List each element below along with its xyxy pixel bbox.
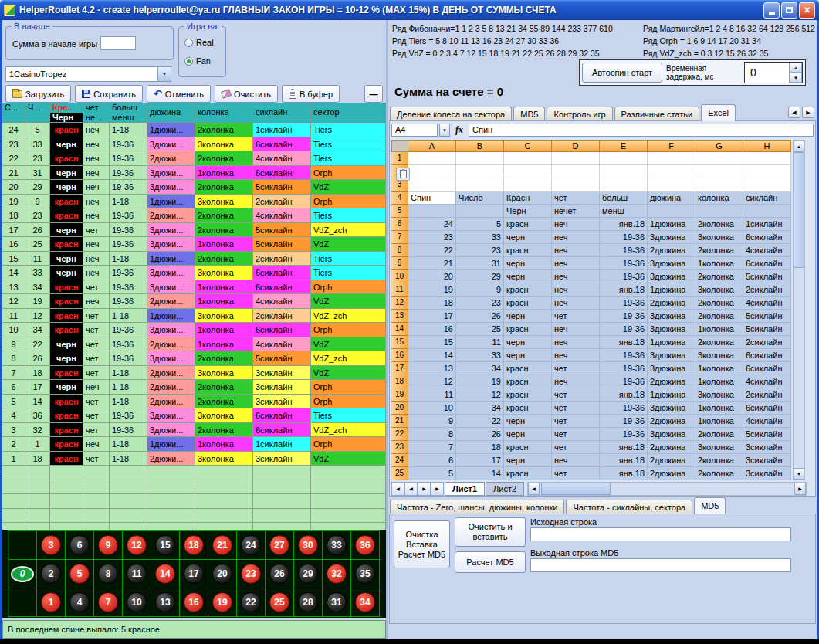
excel-column-header-C[interactable]: C xyxy=(504,140,552,152)
excel-cell-C10[interactable]: черн xyxy=(504,270,552,283)
excel-row-header-19[interactable]: 19 xyxy=(391,388,408,402)
horizontal-scroll-track[interactable] xyxy=(540,483,794,495)
minimize-button[interactable] xyxy=(763,2,780,19)
excel-cell-A13[interactable]: 17 xyxy=(408,310,456,323)
excel-row-header-11[interactable]: 11 xyxy=(391,283,408,297)
excel-cell-G15[interactable]: 2колонка xyxy=(695,336,743,349)
excel-cell-H11[interactable]: 2сиклайн xyxy=(743,283,791,297)
excel-cell-E1[interactable] xyxy=(600,152,648,165)
tab-sectors[interactable]: Деление колеса на сектора xyxy=(390,107,512,121)
excel-cell-E24[interactable]: янв.18 xyxy=(600,454,648,467)
excel-cell-F20[interactable]: 3дюжина xyxy=(648,402,695,415)
roulette-number-30[interactable]: 30 xyxy=(298,535,318,555)
excel-cell-C5[interactable]: Черн xyxy=(504,205,552,218)
excel-row-header-10[interactable]: 10 xyxy=(391,270,408,283)
excel-cell-F1[interactable] xyxy=(648,152,695,165)
excel-cell-B9[interactable]: 31 xyxy=(456,257,504,270)
excel-cell-B18[interactable]: 19 xyxy=(456,375,504,388)
excel-row-header-21[interactable]: 21 xyxy=(391,415,408,428)
excel-cell-B7[interactable]: 33 xyxy=(456,231,504,244)
excel-cell-C23[interactable]: красн xyxy=(504,441,552,454)
excel-cell-G19[interactable]: 3колонка xyxy=(695,388,743,402)
casino-dropdown[interactable]: 1CasinoTropez ▼ xyxy=(5,66,171,82)
roulette-number-33[interactable]: 33 xyxy=(327,535,347,555)
autospin-start-button[interactable]: Автоспин старт xyxy=(582,63,662,83)
excel-cell-G12[interactable]: 2колонка xyxy=(695,297,743,310)
excel-cell-B12[interactable]: 23 xyxy=(456,297,504,310)
excel-cell-F9[interactable]: 3дюжина xyxy=(648,257,695,270)
paste-options-icon[interactable] xyxy=(396,168,410,181)
excel-cell-A15[interactable]: 15 xyxy=(408,336,456,349)
excel-horizontal-scrollbar[interactable]: ◀ ▶ xyxy=(527,482,807,496)
roulette-number-17[interactable]: 17 xyxy=(184,564,204,584)
excel-column-header-A[interactable]: A xyxy=(408,140,456,152)
excel-cell-G20[interactable]: 1колонка xyxy=(695,402,743,415)
excel-cell-D5[interactable]: нечет xyxy=(552,205,600,218)
excel-row-header-18[interactable]: 18 xyxy=(391,375,408,388)
excel-cell-C11[interactable]: красн xyxy=(504,283,552,297)
scroll-left-button[interactable]: ◀ xyxy=(528,483,540,495)
excel-cell-H18[interactable]: 4сиклайн xyxy=(743,375,791,388)
excel-cell-D9[interactable]: неч xyxy=(552,257,600,270)
excel-cell-A8[interactable]: 22 xyxy=(408,244,456,257)
excel-cell-G22[interactable]: 2колонка xyxy=(695,428,743,441)
excel-cell-A20[interactable]: 10 xyxy=(408,402,456,415)
excel-cell-B1[interactable] xyxy=(456,152,504,165)
excel-cell-A23[interactable]: 7 xyxy=(408,441,456,454)
excel-cell-G11[interactable]: 3колонка xyxy=(695,283,743,297)
excel-row-header-24[interactable]: 24 xyxy=(391,454,408,467)
roulette-number-16[interactable]: 16 xyxy=(184,592,204,612)
excel-cell-F2[interactable] xyxy=(648,165,695,178)
vertical-scroll-thumb[interactable] xyxy=(794,152,804,268)
tab-control[interactable]: Контроль игр xyxy=(547,107,612,121)
roulette-number-36[interactable]: 36 xyxy=(355,535,375,555)
excel-cell-A19[interactable]: 11 xyxy=(408,388,456,402)
excel-cell-C19[interactable]: красн xyxy=(504,388,552,402)
excel-cell-A1[interactable] xyxy=(408,152,456,165)
excel-cell-F16[interactable]: 3дюжина xyxy=(648,349,695,362)
excel-row-header-5[interactable]: 5 xyxy=(391,205,408,218)
excel-cell-D19[interactable]: чет xyxy=(552,388,600,402)
excel-cell-G16[interactable]: 3колонка xyxy=(695,349,743,362)
excel-cell-H22[interactable]: 5сиклайн xyxy=(743,428,791,441)
excel-cell-E21[interactable]: 19-36 xyxy=(600,415,648,428)
excel-cell-A25[interactable]: 5 xyxy=(408,467,456,480)
radio-real-circle[interactable] xyxy=(184,39,193,47)
excel-cell-E16[interactable]: 19-36 xyxy=(600,349,648,362)
excel-cell-C7[interactable]: черн xyxy=(504,231,552,244)
load-button[interactable]: Загрузить xyxy=(5,85,71,103)
excel-cell-E13[interactable]: 19-36 xyxy=(600,310,648,323)
excel-cell-H10[interactable]: 5сиклайн xyxy=(743,270,791,283)
excel-row-header-13[interactable]: 13 xyxy=(391,310,408,323)
excel-cell-B2[interactable] xyxy=(456,165,504,178)
roulette-number-12[interactable]: 12 xyxy=(127,535,147,555)
excel-cell-C12[interactable]: красн xyxy=(504,297,552,310)
cell-name-box[interactable]: A4 xyxy=(391,124,438,137)
tab-articles[interactable]: Различные статьи xyxy=(614,107,700,121)
excel-cell-H23[interactable]: 3сиклайн xyxy=(743,441,791,454)
excel-cell-F13[interactable]: 3дюжина xyxy=(648,310,695,323)
excel-cell-G5[interactable] xyxy=(695,205,743,218)
excel-cell-A17[interactable]: 13 xyxy=(408,362,456,375)
excel-cell-B13[interactable]: 26 xyxy=(456,310,504,323)
excel-cell-A24[interactable]: 6 xyxy=(408,454,456,467)
excel-cell-C2[interactable] xyxy=(504,165,552,178)
excel-cell-A2[interactable] xyxy=(408,165,456,178)
roulette-number-31[interactable]: 31 xyxy=(327,592,347,612)
source-string-input[interactable] xyxy=(530,527,791,541)
excel-cell-F8[interactable]: 2дюжина xyxy=(648,244,695,257)
excel-cell-G14[interactable]: 1колонка xyxy=(695,323,743,336)
excel-cell-H21[interactable]: 4сиклайн xyxy=(743,415,791,428)
start-sum-input[interactable] xyxy=(100,36,136,50)
roulette-number-7[interactable]: 7 xyxy=(98,592,118,612)
calc-md5-button[interactable]: Расчет MD5 xyxy=(455,551,526,573)
roulette-number-2[interactable]: 2 xyxy=(41,564,61,584)
excel-cell-D23[interactable]: чет xyxy=(552,441,600,454)
roulette-number-3[interactable]: 3 xyxy=(41,535,61,555)
excel-cell-F7[interactable]: 3дюжина xyxy=(648,231,695,244)
tab-md5-bottom[interactable]: MD5 xyxy=(694,497,726,514)
excel-cell-D3[interactable] xyxy=(552,178,600,192)
excel-cell-C16[interactable]: черн xyxy=(504,349,552,362)
excel-cell-H16[interactable]: 6сиклайн xyxy=(743,349,791,362)
excel-cell-E12[interactable]: 19-36 xyxy=(600,297,648,310)
